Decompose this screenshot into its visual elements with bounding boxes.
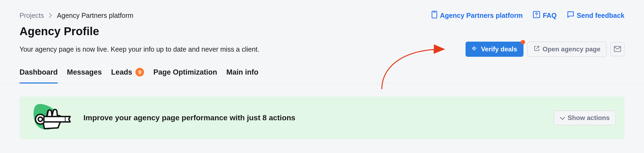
top-links: Agency Partners platform FAQ Send feedba… bbox=[431, 11, 625, 20]
link-agency-platform[interactable]: Agency Partners platform bbox=[431, 11, 523, 20]
notification-dot bbox=[521, 40, 525, 44]
action-buttons: Verify deals Open agency page bbox=[466, 42, 625, 57]
button-label: Open agency page bbox=[543, 45, 600, 53]
tab-label: Messages bbox=[67, 68, 102, 76]
mail-icon bbox=[614, 46, 621, 53]
link-send-feedback[interactable]: Send feedback bbox=[567, 11, 625, 20]
page-title: Agency Profile bbox=[19, 25, 625, 38]
device-icon bbox=[431, 11, 437, 20]
svg-rect-7 bbox=[44, 117, 66, 122]
mail-button[interactable] bbox=[610, 42, 625, 56]
link-label: FAQ bbox=[543, 12, 557, 19]
tab-label: Page Optimization bbox=[153, 68, 217, 76]
verify-deals-button[interactable]: Verify deals bbox=[466, 42, 523, 57]
banner-illustration bbox=[28, 103, 74, 133]
improvement-banner: Improve your agency page performance wit… bbox=[19, 97, 625, 139]
link-label: Send feedback bbox=[577, 12, 625, 19]
chevron-right-icon bbox=[49, 12, 52, 19]
breadcrumb-current[interactable]: Agency Partners platform bbox=[57, 12, 133, 19]
chat-icon bbox=[567, 11, 574, 20]
tab-label: Leads bbox=[111, 68, 132, 76]
banner-text: Improve your agency page performance wit… bbox=[83, 114, 545, 122]
tab-label: Dashboard bbox=[19, 68, 58, 76]
breadcrumb: Projects Agency Partners platform bbox=[19, 12, 133, 19]
tab-messages[interactable]: Messages bbox=[67, 68, 102, 84]
link-faq[interactable]: FAQ bbox=[533, 11, 557, 20]
tab-dashboard[interactable]: Dashboard bbox=[19, 68, 58, 84]
tab-label: Main info bbox=[226, 68, 258, 76]
leads-count-badge: 9 bbox=[135, 68, 144, 76]
help-icon bbox=[533, 11, 540, 20]
show-actions-button[interactable]: Show actions bbox=[554, 111, 616, 125]
tab-page-optimization[interactable]: Page Optimization bbox=[153, 68, 217, 84]
button-label: Show actions bbox=[568, 114, 610, 122]
tab-leads[interactable]: Leads 9 bbox=[111, 68, 144, 84]
tab-main-info[interactable]: Main info bbox=[226, 68, 258, 84]
svg-point-6 bbox=[38, 117, 43, 121]
chevron-down-icon bbox=[560, 114, 565, 122]
external-link-icon bbox=[534, 45, 540, 53]
tabs: Dashboard Messages Leads 9 Page Optimiza… bbox=[0, 68, 644, 84]
breadcrumb-root[interactable]: Projects bbox=[19, 12, 44, 19]
page-subtitle: Your agency page is now live. Keep your … bbox=[19, 45, 259, 53]
button-label: Verify deals bbox=[481, 45, 517, 53]
open-agency-page-button[interactable]: Open agency page bbox=[527, 42, 607, 57]
megaphone-icon bbox=[472, 45, 478, 53]
link-label: Agency Partners platform bbox=[440, 12, 523, 19]
svg-point-3 bbox=[536, 16, 537, 17]
